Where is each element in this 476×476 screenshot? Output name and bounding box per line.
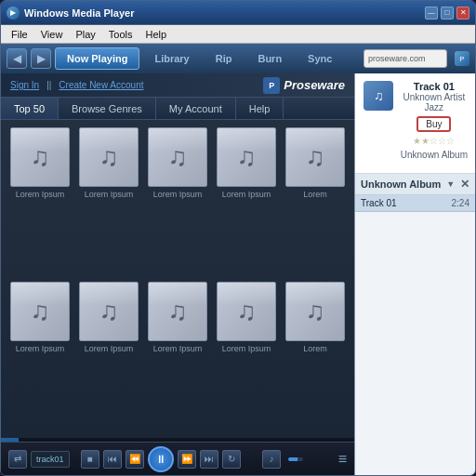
stop-button[interactable]: ■ [81, 450, 99, 469]
list-item[interactable]: ♫ Lorem Ipsum [215, 282, 278, 430]
list-item[interactable]: ♫ Lorem [284, 127, 347, 276]
album-label: Lorem [303, 190, 327, 199]
list-item[interactable]: ♫ Lorem Ipsum [146, 127, 209, 276]
subnav-help[interactable]: Help [236, 98, 284, 119]
proseware-name: Proseware [284, 78, 345, 92]
play-pause-button[interactable]: ⏸ [148, 446, 174, 472]
create-account-link[interactable]: Create New Account [59, 80, 143, 90]
album-label: Lorem [303, 344, 327, 353]
track-name-display: track01 [31, 451, 70, 468]
main-area: Sign In || Create New Account P Prosewar… [1, 73, 475, 475]
signin-bar: Sign In || Create New Account P Prosewar… [1, 73, 354, 98]
tab-sync[interactable]: Sync [297, 47, 343, 70]
list-item[interactable]: ♫ Lorem Ipsum [8, 127, 72, 276]
sidebar-track-title: Track 01 [401, 81, 468, 92]
menu-view[interactable]: View [34, 25, 70, 43]
list-item[interactable]: ♫ Lorem Ipsum [146, 282, 209, 430]
shuffle-button[interactable]: ⇄ [8, 450, 27, 469]
rewind-button[interactable]: ⏪ [126, 450, 144, 469]
album-label: Lorem Ipsum [16, 344, 65, 353]
menu-play[interactable]: Play [69, 25, 101, 43]
album-thumb: ♫ [148, 282, 207, 341]
app-icon: ▶ [7, 7, 20, 20]
minimize-button[interactable]: — [425, 7, 438, 20]
window-title: Windows Media Player [24, 7, 425, 19]
music-note-icon: ♫ [237, 297, 257, 326]
queue-album-name: Unknown Album [361, 178, 441, 190]
album-thumb: ♫ [285, 282, 345, 341]
maximize-button[interactable]: □ [441, 7, 454, 20]
album-label: Lorem Ipsum [85, 190, 134, 199]
search-box[interactable]: proseware.com [364, 49, 447, 68]
buy-button[interactable]: Buy [416, 116, 451, 132]
sidebar-track-details: Track 01 Unknown Artist Jazz Buy ★★☆☆☆ U… [401, 81, 468, 162]
music-note-icon: ♫ [306, 142, 325, 172]
album-thumb: ♫ [79, 282, 139, 341]
signin-link[interactable]: Sign In [10, 80, 39, 90]
menu-tools[interactable]: Tools [102, 25, 139, 43]
music-note-icon: ♫ [306, 297, 325, 326]
album-label: Lorem Ipsum [222, 344, 271, 353]
album-label: Lorem Ipsum [85, 344, 134, 353]
subnav-genres[interactable]: Browse Genres [59, 98, 156, 119]
fast-forward-button[interactable]: ⏩ [178, 450, 196, 469]
tab-library[interactable]: Library [143, 47, 200, 70]
music-note-icon: ♫ [237, 142, 257, 172]
proseware-icon: P [263, 77, 280, 94]
sidebar-track-artist: Unknown Artist [401, 92, 468, 102]
prev-button[interactable]: ⏮ [103, 450, 122, 469]
back-button[interactable]: ◀ [7, 48, 27, 69]
sidebar-track-genre: Jazz [401, 102, 468, 112]
album-label: Lorem Ipsum [16, 190, 65, 199]
left-panel: Sign In || Create New Account P Prosewar… [1, 73, 354, 475]
menu-help[interactable]: Help [139, 25, 173, 43]
close-button[interactable]: ✕ [456, 7, 469, 20]
repeat-button[interactable]: ↻ [222, 450, 241, 469]
tab-now-playing[interactable]: Now Playing [55, 47, 139, 70]
subnav-myaccount[interactable]: My Account [156, 98, 236, 119]
list-item[interactable]: ♫ Lorem Ipsum [215, 127, 278, 276]
list-item[interactable]: ♫ Lorem [284, 282, 347, 430]
search-placeholder: proseware.com [368, 54, 426, 63]
album-thumb: ♫ [148, 127, 207, 187]
list-item[interactable]: ♫ Lorem Ipsum [77, 282, 140, 430]
music-note-icon: ♫ [31, 142, 50, 172]
album-label: Lorem Ipsum [153, 344, 203, 353]
music-note-icon: ♫ [99, 142, 119, 172]
sidebar-track-icon: ♫ [364, 81, 393, 111]
sidebar-queue-header: Unknown Album ▼ ✕ [355, 174, 475, 195]
queue-track-title: Track 01 [361, 198, 452, 208]
equalizer-button[interactable]: ≡ [338, 451, 347, 468]
album-thumb: ♫ [285, 127, 345, 187]
media-player-window: ▶ Windows Media Player — □ ✕ File View P… [0, 0, 476, 476]
list-item[interactable]: ♫ Lorem Ipsum [77, 127, 140, 276]
menu-file[interactable]: File [5, 25, 34, 43]
music-note-icon: ♫ [31, 297, 50, 326]
sidebar-track-info: ♫ Track 01 Unknown Artist Jazz Buy ★★☆☆☆… [355, 73, 475, 174]
album-thumb: ♫ [217, 127, 276, 187]
album-thumb: ♫ [10, 127, 70, 187]
forward-button[interactable]: ▶ [31, 48, 51, 69]
mute-button[interactable]: ♪ [262, 450, 281, 469]
tab-burn[interactable]: Burn [246, 47, 293, 70]
nav-bar: ◀ ▶ Now Playing Library Rip Burn Sync pr… [1, 44, 475, 73]
signin-separator: || [46, 80, 51, 90]
transport-bar: ⇄ track01 ■ ⏮ ⏪ ⏸ ⏩ ⏭ ↻ ♪ ≡ [1, 442, 354, 475]
right-panel: ♫ Track 01 Unknown Artist Jazz Buy ★★☆☆☆… [354, 73, 475, 475]
music-note-icon: ♫ [99, 297, 119, 326]
queue-track-duration: 2:24 [452, 198, 469, 208]
sidebar-album-name: Unknown Album [401, 148, 468, 162]
tab-rip[interactable]: Rip [205, 47, 244, 70]
sub-nav: Top 50 Browse Genres My Account Help [1, 98, 354, 120]
proseware-nav-icon: P [455, 51, 469, 66]
queue-item[interactable]: Track 01 2:24 [355, 195, 475, 212]
album-thumb: ♫ [10, 282, 70, 341]
music-note-icon: ♫ [168, 297, 188, 326]
subnav-top50[interactable]: Top 50 [1, 98, 59, 119]
volume-slider[interactable] [288, 457, 303, 461]
queue-dropdown-icon[interactable]: ▼ [446, 179, 455, 189]
queue-close-button[interactable]: ✕ [460, 178, 469, 191]
next-button[interactable]: ⏭ [200, 450, 218, 469]
album-thumb: ♫ [217, 282, 276, 341]
list-item[interactable]: ♫ Lorem Ipsum [8, 282, 72, 430]
